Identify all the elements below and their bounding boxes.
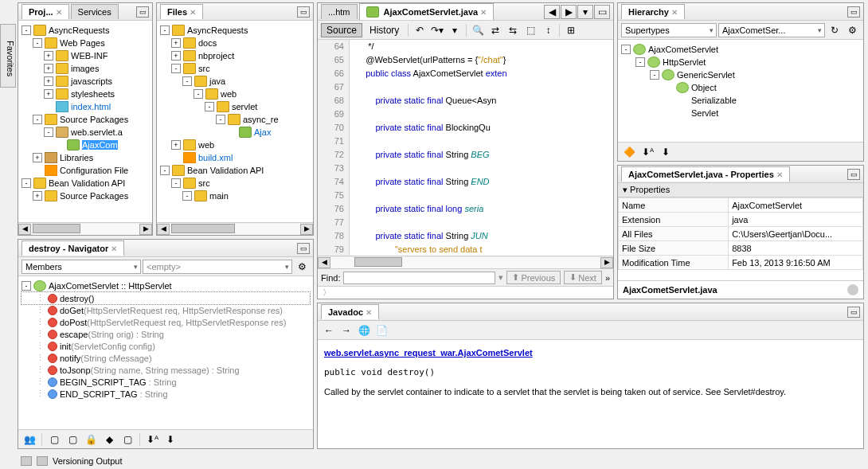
tb-icon-4[interactable]: 🔍: [470, 23, 486, 37]
find-input[interactable]: [343, 272, 495, 284]
tree-item[interactable]: +nbproject: [160, 49, 310, 62]
tb-icon-5[interactable]: ⇄: [487, 23, 503, 37]
tb-icon-1[interactable]: ↶: [412, 23, 428, 37]
tb-icon-8[interactable]: ↕: [540, 23, 556, 37]
minimize-button[interactable]: ▭: [847, 307, 860, 318]
tree-item[interactable]: -AjaxCometServlet: [621, 43, 860, 56]
expander-icon[interactable]: +: [33, 153, 42, 162]
filter2-icon[interactable]: ▢: [65, 432, 80, 447]
nav-item[interactable]: ⋮escape(String orig) : String: [22, 328, 310, 340]
nav-fwd-icon[interactable]: ▶: [561, 5, 577, 19]
property-row[interactable]: File Size8838: [619, 241, 863, 256]
tb-icon-6[interactable]: ⇆: [505, 23, 521, 37]
expander-icon[interactable]: +: [44, 89, 53, 99]
minimize-button[interactable]: ▭: [136, 6, 149, 18]
property-row[interactable]: Extensionjava: [619, 213, 863, 227]
find-dropdown-icon[interactable]: ▾: [499, 272, 503, 283]
tree-item[interactable]: -HttpServlet: [621, 56, 860, 68]
options-icon[interactable]: ⚙: [844, 23, 860, 37]
minimize-button[interactable]: ▭: [847, 169, 860, 180]
tree-item[interactable]: -main: [160, 190, 310, 202]
hierarchy-tree[interactable]: -AjaxCometServlet-HttpServlet-GenericSer…: [618, 40, 863, 142]
close-icon[interactable]: ✕: [366, 308, 372, 317]
nav-item[interactable]: ⋮doGet(HttpServletRequest req, HttpServl…: [22, 304, 310, 316]
tree-item[interactable]: -Bean Validation API: [160, 164, 310, 177]
tab-hierarchy[interactable]: Hierarchy✕: [621, 4, 685, 19]
status-icon-2[interactable]: [37, 456, 48, 466]
hier-btn3-icon[interactable]: ⬇: [658, 145, 674, 159]
tb-icon-9[interactable]: ⊞: [563, 23, 579, 37]
history-button[interactable]: History: [364, 23, 405, 37]
nav-back-icon[interactable]: ◀: [544, 5, 560, 19]
filter3-icon[interactable]: 🔒: [83, 432, 99, 447]
open-source-icon[interactable]: 📄: [373, 323, 389, 338]
expander-icon[interactable]: +: [33, 191, 42, 201]
expander-icon[interactable]: -: [160, 25, 170, 35]
tree-item[interactable]: Configuration File: [22, 164, 149, 177]
property-row[interactable]: NameAjaxCometServlet: [619, 198, 863, 213]
filter-combo[interactable]: <empty>: [143, 260, 292, 274]
expander-icon[interactable]: -: [650, 70, 659, 80]
tree-item[interactable]: -async_re: [160, 113, 310, 126]
close-icon[interactable]: ✕: [56, 8, 62, 17]
property-value[interactable]: AjaxCometServlet: [729, 198, 863, 213]
minimize-button[interactable]: ▭: [297, 6, 310, 18]
tree-item[interactable]: +docs: [160, 37, 310, 49]
tree-item[interactable]: +Libraries: [22, 151, 149, 164]
sort1-icon[interactable]: ⬇ᴬ: [144, 432, 160, 447]
tree-item[interactable]: +Source Packages: [22, 190, 149, 202]
navigator-tree[interactable]: -AjaxCometServlet :: HttpServlet⋮destroy…: [18, 276, 313, 429]
close-icon[interactable]: ✕: [111, 244, 117, 253]
expander-icon[interactable]: -: [216, 115, 225, 124]
tab-navigator[interactable]: destroy - Navigator✕: [22, 240, 124, 256]
tree-item[interactable]: Serializable: [621, 94, 860, 107]
close-icon[interactable]: ✕: [480, 8, 487, 17]
scope-combo[interactable]: AjaxCometSer...: [718, 23, 825, 37]
close-icon[interactable]: ✕: [190, 8, 196, 17]
tree-item[interactable]: +stylesheets: [22, 88, 149, 100]
tab-properties[interactable]: AjaxCometServlet.java - Properties✕: [621, 166, 790, 182]
expander-icon[interactable]: +: [44, 76, 53, 86]
expander-icon[interactable]: -: [22, 25, 31, 35]
expander-icon[interactable]: +: [171, 51, 181, 61]
tree-item[interactable]: -GenericServlet: [621, 68, 860, 81]
tab-projects[interactable]: Proj...✕: [22, 4, 69, 19]
tree-item[interactable]: +images: [22, 62, 149, 75]
tb-icon-3[interactable]: ▾: [447, 23, 463, 37]
tab-javadoc[interactable]: Javadoc✕: [321, 304, 379, 319]
nav-item[interactable]: ⋮notify(String cMessage): [22, 352, 310, 364]
expander-icon[interactable]: -: [182, 76, 192, 86]
expander-icon[interactable]: -: [635, 57, 645, 67]
favorites-sidebar-tab[interactable]: Favorites: [0, 24, 16, 88]
expander-icon[interactable]: -: [33, 38, 42, 48]
expander-icon[interactable]: -: [160, 166, 170, 175]
show-inherited-icon[interactable]: 👥: [22, 432, 37, 447]
refresh-icon[interactable]: ↻: [827, 23, 843, 37]
filter5-icon[interactable]: ▢: [119, 432, 135, 447]
help-icon[interactable]: [847, 284, 858, 295]
property-value[interactable]: Feb 13, 2013 9:16:50 AM: [729, 256, 863, 270]
dropdown-icon[interactable]: ▾: [577, 5, 593, 19]
scrollbar[interactable]: ◀▶: [157, 222, 313, 235]
tree-item[interactable]: -servlet: [160, 100, 310, 113]
tree-item[interactable]: Servlet: [621, 107, 860, 119]
property-value[interactable]: 8838: [729, 241, 863, 256]
expander-icon[interactable]: -: [44, 127, 53, 137]
find-next-button[interactable]: ⬇ Next: [564, 271, 602, 284]
tb-icon-7[interactable]: ⬚: [522, 23, 538, 37]
tree-item[interactable]: +javascripts: [22, 75, 149, 88]
tb-icon-2[interactable]: ↷▾: [429, 23, 445, 37]
projects-tree[interactable]: -AsyncRequests-Web Pages+WEB-INF+images+…: [18, 21, 152, 222]
tab-services[interactable]: Services: [71, 4, 119, 19]
tree-item[interactable]: build.xml: [160, 151, 310, 164]
files-tree[interactable]: -AsyncRequests+docs+nbproject-src-java-w…: [157, 21, 313, 222]
members-combo[interactable]: Members: [22, 260, 141, 274]
property-value[interactable]: C:\Users\Geertjan\Docu...: [729, 227, 863, 241]
tab-html[interactable]: ...htm: [321, 4, 358, 19]
tree-item[interactable]: -web: [160, 88, 310, 100]
find-prev-button[interactable]: ⬆ Previous: [506, 271, 561, 284]
nav-item[interactable]: -AjaxCometServlet :: HttpServlet: [22, 279, 310, 292]
expander-icon[interactable]: -: [194, 89, 203, 99]
nav-item[interactable]: ⋮END_SCRIPT_TAG : String: [22, 388, 310, 400]
nav-item[interactable]: ⋮doPost(HttpServletRequest req, HttpServ…: [22, 316, 310, 328]
